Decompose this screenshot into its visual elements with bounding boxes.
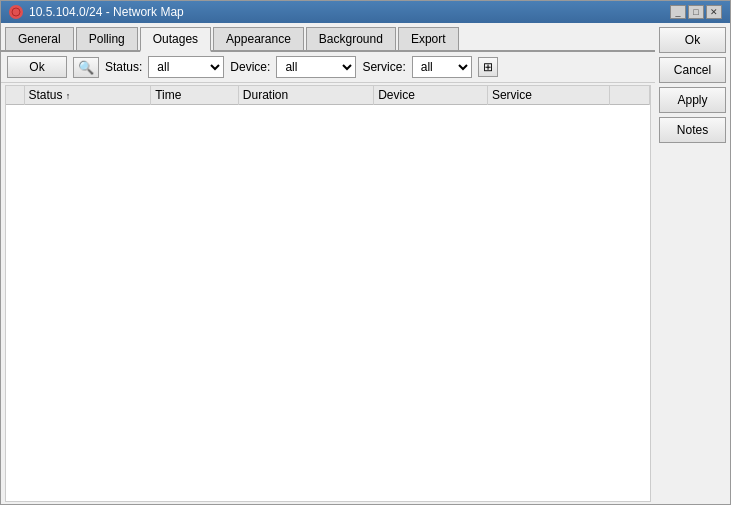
minimize-button[interactable]: _ — [670, 5, 686, 19]
cancel-button[interactable]: Cancel — [659, 57, 726, 83]
col-time[interactable]: Time — [151, 86, 239, 105]
search-button[interactable]: 🔍 — [73, 57, 99, 78]
ok-button[interactable]: Ok — [659, 27, 726, 53]
main-window: 10.5.104.0/24 - Network Map _ □ ✕ Genera… — [0, 0, 731, 505]
tab-outages[interactable]: Outages — [140, 27, 211, 52]
left-panel: General Polling Outages Appearance Backg… — [1, 23, 655, 504]
tab-export[interactable]: Export — [398, 27, 459, 50]
tabs-bar: General Polling Outages Appearance Backg… — [1, 23, 655, 52]
right-panel: Ok Cancel Apply Notes — [655, 23, 730, 504]
title-bar: 10.5.104.0/24 - Network Map _ □ ✕ — [1, 1, 730, 23]
apply-button[interactable]: Apply — [659, 87, 726, 113]
tab-general[interactable]: General — [5, 27, 74, 50]
status-label: Status: — [105, 60, 142, 74]
col-device[interactable]: Device — [374, 86, 488, 105]
service-dropdown[interactable]: all — [412, 56, 472, 78]
maximize-button[interactable]: □ — [688, 5, 704, 19]
remove-resolved-button[interactable]: Ok — [7, 56, 67, 78]
view-toggle-button[interactable]: ⊞ — [478, 57, 498, 77]
tab-appearance[interactable]: Appearance — [213, 27, 304, 50]
notes-button[interactable]: Notes — [659, 117, 726, 143]
device-dropdown[interactable]: all — [276, 56, 356, 78]
col-service[interactable]: Service — [487, 86, 609, 105]
main-content: General Polling Outages Appearance Backg… — [1, 23, 730, 504]
device-label: Device: — [230, 60, 270, 74]
col-extra — [610, 86, 650, 105]
window-title: 10.5.104.0/24 - Network Map — [29, 5, 184, 19]
table-header-row: Status ↑ Time Duration Device Service — [6, 86, 650, 105]
status-dropdown[interactable]: all active resolved — [148, 56, 224, 78]
col-flag — [6, 86, 24, 105]
window-icon — [9, 5, 23, 19]
tab-polling[interactable]: Polling — [76, 27, 138, 50]
col-status[interactable]: Status ↑ — [24, 86, 151, 105]
toolbar: Ok 🔍 Status: all active resolved Device:… — [1, 52, 655, 83]
service-label: Service: — [362, 60, 405, 74]
outages-table-container[interactable]: Status ↑ Time Duration Device Service — [5, 85, 651, 502]
outages-table: Status ↑ Time Duration Device Service — [6, 86, 650, 105]
svg-point-0 — [12, 8, 20, 16]
col-duration[interactable]: Duration — [238, 86, 373, 105]
tab-background[interactable]: Background — [306, 27, 396, 50]
close-button[interactable]: ✕ — [706, 5, 722, 19]
